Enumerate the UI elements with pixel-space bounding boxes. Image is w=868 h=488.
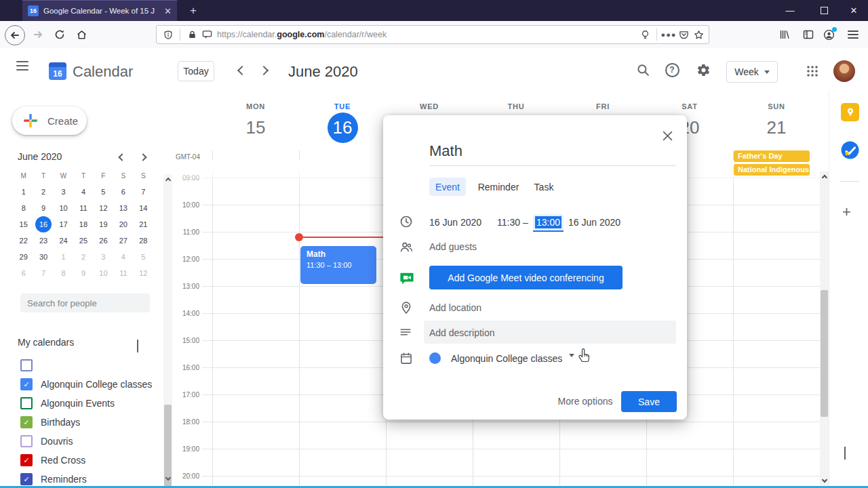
dialog-close-button[interactable]: [660, 128, 675, 143]
mini-calendar-day[interactable]: 13: [113, 200, 133, 216]
checked-checkbox[interactable]: ✓: [20, 378, 33, 390]
hide-side-panel-button[interactable]: [844, 447, 846, 459]
mini-calendar-day[interactable]: 20: [113, 216, 133, 232]
mini-calendar-day[interactable]: 4: [73, 184, 93, 200]
day-number[interactable]: 16: [328, 113, 358, 143]
calendar-list-item[interactable]: Algonquin Events: [0, 394, 163, 413]
add-guests-field[interactable]: Add guests: [429, 241, 477, 252]
mini-calendar-day[interactable]: 25: [73, 232, 93, 249]
search-button[interactable]: [635, 62, 651, 78]
tab-task[interactable]: Task: [530, 178, 557, 196]
day-number[interactable]: 15: [241, 113, 271, 143]
mini-calendar-day[interactable]: 26: [94, 232, 113, 249]
mini-calendar-day[interactable]: 1: [14, 184, 33, 200]
checked-checkbox[interactable]: ✓: [20, 473, 33, 485]
mini-calendar-day[interactable]: 17: [54, 216, 73, 232]
mini-calendar-day[interactable]: 6: [14, 265, 33, 281]
start-date[interactable]: 16 Jun 2020: [429, 217, 481, 228]
library-button[interactable]: [775, 25, 794, 44]
google-tasks-icon[interactable]: [841, 141, 859, 159]
mini-calendar-day[interactable]: 7: [33, 265, 53, 281]
mini-calendar-day[interactable]: 21: [134, 216, 153, 232]
calendar-list-item[interactable]: Douvris: [0, 432, 163, 451]
mini-calendar-day[interactable]: 1: [54, 249, 73, 265]
mini-calendar-day[interactable]: 28: [134, 232, 153, 249]
page-actions-icon[interactable]: ●●●: [661, 27, 676, 42]
unchecked-checkbox[interactable]: [20, 359, 33, 371]
mini-calendar-day[interactable]: 19: [94, 216, 113, 232]
help-button[interactable]: ?: [664, 62, 680, 78]
all-day-event-chip[interactable]: National Indigenous: [734, 164, 810, 176]
mini-calendar-day[interactable]: 4: [113, 249, 133, 265]
calendar-list-item[interactable]: [0, 356, 163, 375]
day-column-header[interactable]: SUN21: [733, 102, 820, 143]
mini-calendar-day[interactable]: 8: [14, 200, 33, 216]
mini-calendar-day[interactable]: 12: [94, 200, 113, 216]
mini-calendar-day[interactable]: 23: [33, 232, 53, 249]
mini-calendar-day[interactable]: 12: [134, 265, 153, 281]
mini-calendar-day[interactable]: 30: [33, 249, 53, 265]
calendar-list-item[interactable]: ✓Reminders: [0, 470, 163, 488]
day-column-header[interactable]: MON15: [212, 102, 299, 143]
mini-calendar-day[interactable]: 29: [14, 249, 33, 265]
mini-calendar-prev-button[interactable]: [117, 152, 127, 163]
scroll-down-icon[interactable]: [821, 476, 827, 483]
settings-button[interactable]: [695, 62, 711, 78]
scroll-up-icon[interactable]: [165, 177, 171, 183]
mini-calendar-day[interactable]: 9: [33, 200, 53, 216]
highlight-lamp-icon[interactable]: [637, 27, 652, 42]
browser-tab[interactable]: 16 Google Calendar - Week of 15 J ✕: [22, 0, 177, 21]
calendar-list-item[interactable]: ✓Algonquin College classes: [0, 375, 163, 394]
calendar-list-item[interactable]: ✓Birthdays: [0, 413, 163, 432]
get-addons-button[interactable]: +: [842, 203, 851, 221]
day-column-header[interactable]: TUE16: [299, 102, 386, 143]
mini-calendar-day[interactable]: 18: [73, 216, 93, 232]
mini-calendar-day[interactable]: 11: [73, 200, 93, 216]
mini-calendar-day[interactable]: 14: [134, 200, 153, 216]
scrollbar-thumb[interactable]: [821, 290, 828, 417]
add-location-field[interactable]: Add location: [429, 302, 481, 313]
grid-scrollbar[interactable]: [820, 171, 829, 485]
firefox-account-icon[interactable]: [819, 25, 838, 44]
permissions-message-icon[interactable]: [199, 27, 214, 42]
mini-calendar-day[interactable]: 5: [94, 184, 113, 200]
save-button[interactable]: Save: [621, 391, 677, 412]
user-avatar[interactable]: [833, 60, 855, 82]
end-date[interactable]: 16 Jun 2020: [568, 217, 620, 228]
browser-menu-button[interactable]: [844, 25, 863, 44]
mini-calendar-day[interactable]: 22: [14, 232, 33, 249]
bookmark-star-icon[interactable]: [691, 27, 706, 42]
checked-checkbox[interactable]: ✓: [20, 454, 33, 466]
mini-calendar-day[interactable]: 7: [134, 184, 153, 200]
mini-calendar-day[interactable]: 8: [54, 265, 73, 281]
today-button[interactable]: Today: [178, 61, 214, 81]
home-button[interactable]: [72, 25, 91, 44]
mini-calendar-day[interactable]: 6: [113, 184, 133, 200]
window-minimize-button[interactable]: —: [774, 0, 806, 21]
tab-reminder[interactable]: Reminder: [476, 178, 521, 196]
url-text[interactable]: https://calendar.google.com/calendar/r/w…: [217, 30, 637, 39]
all-day-event-chip[interactable]: Father's Day: [734, 150, 810, 162]
url-bar[interactable]: https://calendar.google.com/calendar/r/w…: [156, 25, 709, 44]
sidebar-scrollbar[interactable]: [163, 174, 172, 483]
scroll-up-icon[interactable]: [821, 174, 827, 180]
next-week-button[interactable]: [258, 64, 270, 77]
calendar-selector[interactable]: Algonquin College classes: [451, 353, 562, 364]
pocket-icon[interactable]: [676, 27, 691, 42]
window-close-button[interactable]: ✕: [838, 0, 868, 21]
lock-icon[interactable]: [184, 27, 199, 42]
mini-calendar-day[interactable]: 10: [54, 200, 73, 216]
my-calendars-collapse-button[interactable]: [137, 340, 138, 352]
mini-calendar-day[interactable]: 3: [94, 249, 113, 265]
previous-week-button[interactable]: [236, 64, 248, 77]
mini-calendar-day[interactable]: 3: [54, 184, 73, 200]
day-number[interactable]: 21: [762, 113, 792, 143]
main-menu-button[interactable]: [16, 61, 33, 70]
mini-calendar-day[interactable]: 9: [73, 265, 93, 281]
event-chip-math[interactable]: Math 11:30 – 13:00: [300, 246, 376, 284]
reload-button[interactable]: [50, 25, 69, 44]
tab-close-icon[interactable]: ✕: [164, 6, 172, 16]
mini-calendar-day[interactable]: 5: [134, 249, 153, 265]
google-keep-icon[interactable]: [841, 103, 859, 121]
view-selector-dropdown[interactable]: Week: [726, 61, 778, 83]
